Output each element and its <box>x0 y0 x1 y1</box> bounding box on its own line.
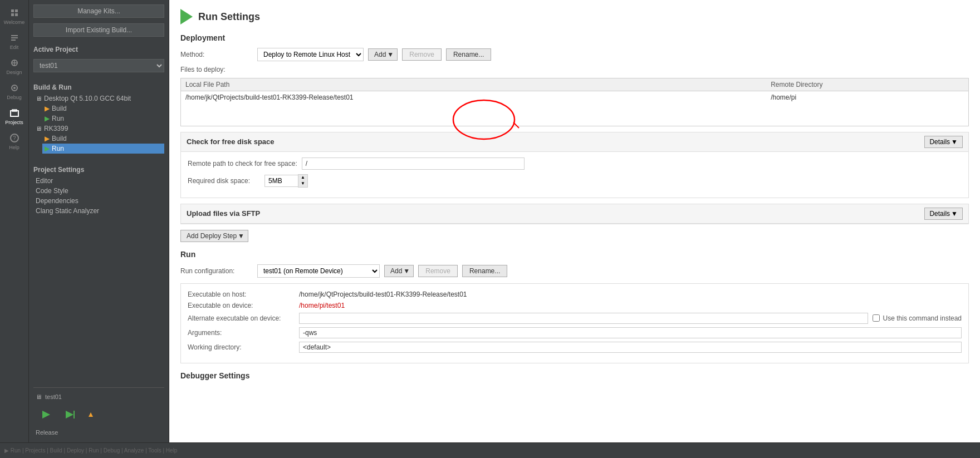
alternate-exec-row: Alternate executable on device: Use this… <box>188 313 962 324</box>
build-icon-rk: ▶ <box>45 135 50 142</box>
method-select[interactable]: Deploy to Remote Linux Host <box>257 48 364 61</box>
method-row: Method: Deploy to Remote Linux Host Add … <box>180 48 969 61</box>
run-settings-icon <box>180 9 193 24</box>
tree-item-desktop-run[interactable]: ▶ Run <box>42 114 164 124</box>
project-select[interactable]: test01 <box>33 59 164 72</box>
check-disk-title: Check for free disk space <box>187 137 275 146</box>
spinbox-up[interactable]: ▲ <box>298 175 307 181</box>
build-icon: ▶ <box>45 105 50 112</box>
status-text: ▶ Run | Projects | Build | Deploy | Run … <box>4 447 177 454</box>
build-action-button[interactable] <box>82 405 102 425</box>
run-remove-button[interactable]: Remove <box>418 265 458 277</box>
table-row[interactable]: /home/jk/QtProjects/build-test01-RK3399-… <box>181 91 969 104</box>
release-label: Release <box>33 427 164 438</box>
required-space-row: Required disk space: ▲ ▼ <box>188 174 962 188</box>
import-build-button[interactable]: Import Existing Build... <box>33 23 164 37</box>
tree-children-desktop: ▶ Build ▶ Run <box>42 104 164 124</box>
svg-rect-0 <box>11 9 14 12</box>
use-command-row: Use this command instead <box>873 314 962 322</box>
working-dir-label: Working directory: <box>188 343 299 351</box>
run-config-box: Executable on host: /home/jk/QtProjects/… <box>180 283 969 363</box>
sidebar-item-debug[interactable]: Debug <box>0 80 28 104</box>
settings-dependencies-link[interactable]: Dependencies <box>33 196 164 206</box>
device-name: test01 <box>45 393 62 400</box>
svg-point-11 <box>13 87 16 89</box>
svg-marker-16 <box>42 411 50 418</box>
working-dir-input[interactable] <box>299 342 962 353</box>
run-config-label: Run configuration: <box>180 267 253 275</box>
file-local-path: /home/jk/QtProjects/build-test01-RK3399-… <box>181 91 767 104</box>
upload-sftp-details-button[interactable]: Details ▼ <box>924 208 963 220</box>
deployment-add-button[interactable]: Add ▼ <box>368 48 398 61</box>
build-run-label: Build & Run <box>33 83 164 91</box>
run-config-row: Run configuration: test01 (on Remote Dev… <box>180 264 969 278</box>
active-project-label: Active Project <box>33 46 164 53</box>
svg-text:?: ? <box>13 135 16 141</box>
exec-device-label: Executable on device: <box>188 302 299 309</box>
files-table: Local File Path Remote Directory /home/j… <box>180 78 969 126</box>
tree-item-desktop-build-label: Build <box>52 105 67 112</box>
remote-path-label: Remote path to check for free space: <box>188 160 297 168</box>
deploy-action-button[interactable] <box>59 405 79 425</box>
settings-clang-link[interactable]: Clang Static Analyzer <box>33 206 164 216</box>
file-remote-dir: /home/pi <box>766 91 968 104</box>
check-disk-subsection: Check for free disk space Details ▼ Remo… <box>180 132 969 198</box>
required-space-input[interactable] <box>264 175 298 187</box>
deployment-rename-button[interactable]: Rename... <box>446 48 491 61</box>
device-icon: 🖥 <box>36 393 42 400</box>
debugger-section: Debugger Settings <box>180 371 969 380</box>
files-label-row: Files to deploy: <box>180 66 969 73</box>
remote-path-row: Remote path to check for free space: / <box>188 157 962 170</box>
sidebar-item-projects[interactable]: Projects <box>0 105 28 129</box>
page-title: Run Settings <box>198 11 260 23</box>
tree-item-desktop[interactable]: 🖥 Desktop Qt 5.10.0 GCC 64bit <box>33 93 164 104</box>
debugger-title: Debugger Settings <box>180 371 969 380</box>
tree-item-rk3399-run[interactable]: ▶ Run <box>42 144 164 154</box>
col-remote-dir: Remote Directory <box>766 78 968 91</box>
settings-codestyle-link[interactable]: Code Style <box>33 186 164 196</box>
exec-host-label: Executable on host: <box>188 290 299 298</box>
spinbox-down[interactable]: ▼ <box>298 181 307 187</box>
sidebar-item-design[interactable]: Design <box>0 55 28 78</box>
sidebar-item-edit[interactable]: Edit <box>0 29 28 53</box>
run-add-button[interactable]: Add ▼ <box>384 265 414 277</box>
tree-item-rk3399-build[interactable]: ▶ Build <box>42 134 164 144</box>
deployment-title: Deployment <box>180 33 969 42</box>
project-settings-label: Project Settings <box>33 166 164 174</box>
run-rename-button[interactable]: Rename... <box>462 265 507 277</box>
bottom-bar: ▶ Run | Projects | Build | Deploy | Run … <box>0 442 980 458</box>
empty-row <box>181 104 969 126</box>
remote-path-input[interactable]: / <box>302 157 525 170</box>
svg-rect-6 <box>11 40 16 41</box>
check-disk-details-button[interactable]: Details ▼ <box>924 136 963 148</box>
tree-item-rk3399[interactable]: 🖥 RK3399 <box>33 124 164 134</box>
svg-rect-4 <box>11 35 18 36</box>
add-deploy-step-button[interactable]: Add Deploy Step ▼ <box>180 230 248 242</box>
exec-device-value: /home/pi/test01 <box>299 302 962 309</box>
tree-item-desktop-run-label: Run <box>52 115 64 122</box>
check-disk-body: Remote path to check for free space: / R… <box>181 152 968 198</box>
files-label: Files to deploy: <box>180 66 253 73</box>
alternate-exec-input[interactable] <box>299 313 868 324</box>
run-icon-desktop: ▶ <box>45 115 50 122</box>
required-space-spinbox: ▲ ▼ <box>264 174 308 188</box>
settings-editor-link[interactable]: Editor <box>33 176 164 186</box>
required-space-label: Required disk space: <box>188 177 260 185</box>
exec-host-value: /home/jk/QtProjects/build-test01-RK3399-… <box>299 290 962 298</box>
files-table-wrapper: Local File Path Remote Directory /home/j… <box>180 78 969 126</box>
sidebar-item-help[interactable]: ? Help <box>0 130 28 154</box>
svg-rect-3 <box>15 13 18 16</box>
exec-host-row: Executable on host: /home/jk/QtProjects/… <box>188 290 962 298</box>
method-label: Method: <box>180 51 253 58</box>
sidebar: Manage Kits... Import Existing Build... … <box>29 0 169 442</box>
run-config-select[interactable]: test01 (on Remote Device) <box>257 264 380 278</box>
tree-item-desktop-build[interactable]: ▶ Build <box>42 104 164 114</box>
deployment-remove-button[interactable]: Remove <box>402 48 442 61</box>
svg-rect-5 <box>11 37 18 38</box>
use-command-checkbox[interactable] <box>873 314 880 322</box>
arguments-input[interactable] <box>299 327 962 338</box>
run-action-button[interactable] <box>36 405 56 425</box>
sidebar-item-welcome[interactable]: Welcome <box>0 4 28 28</box>
manage-kits-button[interactable]: Manage Kits... <box>33 4 164 18</box>
run-icon-rk: ▶ <box>45 145 50 152</box>
